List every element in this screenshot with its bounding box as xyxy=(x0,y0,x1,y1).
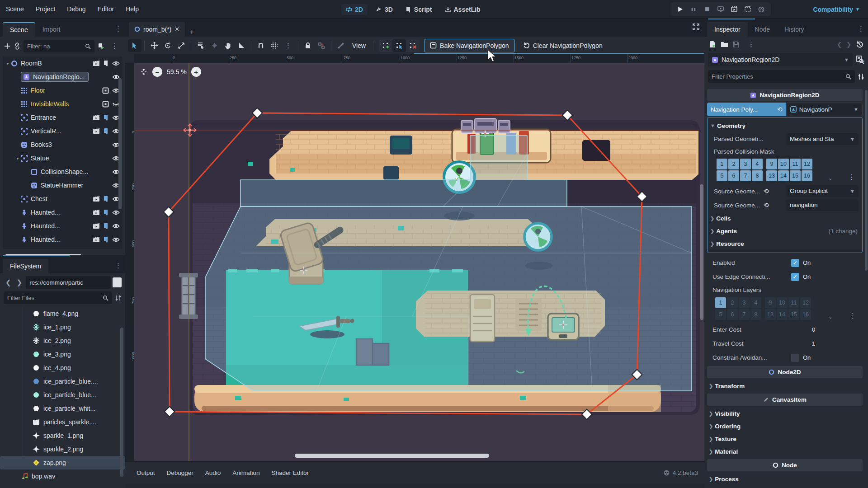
play-button[interactable] xyxy=(674,4,686,15)
layer-cell-5[interactable]: 5 xyxy=(717,170,727,181)
revert-icon[interactable]: ⟲ xyxy=(777,106,783,113)
smart-snap-icon[interactable] xyxy=(254,39,268,52)
visibility-eye-icon[interactable] xyxy=(112,237,120,243)
scriptb-icon[interactable] xyxy=(103,114,109,121)
edge-connections-checkbox[interactable]: ✓ xyxy=(791,273,799,281)
file-row[interactable]: zap.png xyxy=(0,456,125,469)
forward-icon[interactable]: ❯ xyxy=(15,278,24,286)
layer-cell-2[interactable]: 2 xyxy=(727,297,738,308)
layer-cell-3[interactable]: 3 xyxy=(739,297,750,308)
visibility-eye-icon[interactable] xyxy=(112,223,120,229)
parsed-geometry-dropdown[interactable]: Meshes and Sta ▼ xyxy=(786,133,859,145)
layer-cell-4[interactable]: 4 xyxy=(750,297,761,308)
layer-cell-3[interactable]: 3 xyxy=(740,159,751,169)
movie-icon[interactable] xyxy=(93,60,100,66)
lock-object-button[interactable] xyxy=(301,39,315,52)
layer-cell-6[interactable]: 6 xyxy=(727,309,738,320)
tab-node[interactable]: Node xyxy=(748,22,777,37)
layer-cell-5[interactable]: 5 xyxy=(715,309,726,320)
file-row[interactable]: paricles_sparkle.... xyxy=(0,415,125,429)
pause-button[interactable] xyxy=(688,4,699,15)
zoom-in-button[interactable]: + xyxy=(191,67,201,77)
tab-room-b[interactable]: room_b(*) ✕ xyxy=(129,22,185,37)
scene-tree-row[interactable]: Entrance xyxy=(3,111,123,124)
zoom-percentage[interactable]: 59.5 % xyxy=(167,68,187,75)
section-resource[interactable]: ❯Resource xyxy=(708,237,862,250)
section-agents[interactable]: ❯Agents(1 change) xyxy=(708,225,862,237)
section-texture[interactable]: ❯Texture xyxy=(706,432,863,445)
instance-scene-button[interactable] xyxy=(14,42,21,50)
revert-icon[interactable]: ⟲ xyxy=(764,188,769,195)
scene-tree-row[interactable]: ▾RoomB xyxy=(3,56,123,70)
scriptb-icon[interactable] xyxy=(103,128,109,135)
layer-cell-15[interactable]: 15 xyxy=(788,309,799,320)
history-forward-icon[interactable]: ❯ xyxy=(846,41,851,48)
section-process[interactable]: ❯Process xyxy=(706,473,863,485)
file-row[interactable]: sparkle_1.png xyxy=(0,429,125,442)
scene-tree-row[interactable]: VerticalR... xyxy=(3,124,123,138)
select-list-button[interactable] xyxy=(194,39,208,52)
movie-maker-icon[interactable] xyxy=(755,4,767,15)
path-field[interactable]: res://common/partic xyxy=(26,276,111,289)
snap-pixel-icon[interactable] xyxy=(208,39,221,52)
file-row[interactable]: ice_2.png xyxy=(0,334,125,347)
canvas-vertical-scrollbar[interactable] xyxy=(700,184,703,320)
scene-tree-row[interactable]: StatueHammer xyxy=(3,178,123,192)
file-row[interactable]: flame_4.png xyxy=(0,307,125,320)
scene-tree-row[interactable]: InvisibleWalls xyxy=(3,97,123,111)
edit-point-button[interactable] xyxy=(392,39,406,52)
layer-cell-14[interactable]: 14 xyxy=(778,170,789,181)
ruler-tool-button[interactable] xyxy=(235,39,248,52)
movie-icon[interactable] xyxy=(93,223,100,229)
tab-filesystem[interactable]: FileSystem xyxy=(3,259,48,273)
layer-cell-9[interactable]: 9 xyxy=(766,159,777,169)
stop-button[interactable] xyxy=(701,4,713,15)
layer-cell-7[interactable]: 7 xyxy=(740,170,751,181)
scriptb-icon[interactable] xyxy=(103,209,109,216)
file-row[interactable]: ice_particle_blue.... xyxy=(0,375,125,388)
close-icon[interactable]: ✕ xyxy=(175,26,179,33)
debugger-button[interactable]: Debugger xyxy=(162,467,198,479)
scene-tree-row[interactable]: Books3 xyxy=(3,138,123,151)
bake-navigation-polygon-button[interactable]: Bake NavigationPolygon xyxy=(424,39,515,52)
file-row[interactable]: ice_1.png xyxy=(0,320,125,334)
workspace-script-button[interactable]: Script xyxy=(401,4,437,15)
group-object-button[interactable] xyxy=(315,39,328,52)
collapse-icon[interactable]: ▾ xyxy=(5,61,11,66)
layer-cell-9[interactable]: 9 xyxy=(765,297,776,308)
renderer-selector[interactable]: Compatibility ▼ xyxy=(813,0,860,19)
inspector-menu-icon[interactable]: ⋮ xyxy=(854,25,868,33)
layer-cell-14[interactable]: 14 xyxy=(777,309,788,320)
layer-cell-1[interactable]: 1 xyxy=(717,159,727,169)
collapse-icon[interactable]: ▾ xyxy=(14,156,21,161)
zoom-out-button[interactable]: − xyxy=(152,67,162,77)
viewport-2d[interactable]: 025050075010001250150017502000 025050075… xyxy=(125,54,704,461)
toggle-split-mode-button[interactable] xyxy=(113,277,122,287)
move-tool-button[interactable] xyxy=(147,39,161,52)
constrain-avoidance-checkbox[interactable] xyxy=(791,354,799,362)
layer-cell-10[interactable]: 10 xyxy=(778,159,789,169)
save-resource-icon[interactable] xyxy=(733,41,740,48)
movie-icon[interactable] xyxy=(93,196,100,202)
back-icon[interactable]: ❮ xyxy=(4,278,13,286)
section-material[interactable]: ❯Material xyxy=(706,445,863,458)
new-tab-button[interactable]: + xyxy=(185,28,198,37)
scene-filter-input[interactable]: Filter: na xyxy=(24,40,94,52)
scriptb-icon[interactable] xyxy=(103,196,109,202)
tab-inspector[interactable]: Inspector xyxy=(707,22,748,37)
movie-icon[interactable] xyxy=(93,128,100,134)
menu-project[interactable]: Project xyxy=(30,0,61,18)
skeleton-options-icon[interactable] xyxy=(334,39,348,52)
layer-cell-8[interactable]: 8 xyxy=(752,170,763,181)
enter-cost-value[interactable]: 0 xyxy=(806,326,860,333)
movie-icon[interactable] xyxy=(93,236,100,243)
scene-tree-row[interactable]: Haunted... xyxy=(3,206,123,219)
scene-tree-row[interactable]: ▾Statue xyxy=(3,151,123,165)
property-tools-icon[interactable] xyxy=(858,73,864,80)
workspace-2d-button[interactable]: 2D xyxy=(341,4,368,15)
layer-cell-16[interactable]: 16 xyxy=(800,309,811,320)
layer-cell-6[interactable]: 6 xyxy=(728,170,739,181)
new-resource-icon[interactable] xyxy=(709,41,716,48)
filesystem-menu-icon[interactable]: ⋮ xyxy=(111,262,125,270)
grid-snap-icon[interactable] xyxy=(268,39,281,52)
